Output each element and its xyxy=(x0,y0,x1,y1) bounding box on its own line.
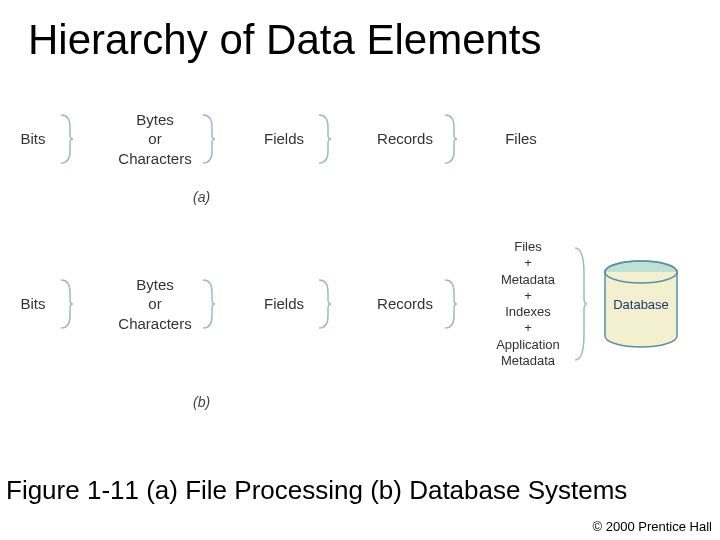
bracket-icon xyxy=(574,244,588,364)
cell-bytes-b: Bytes or Characters xyxy=(112,275,198,334)
cell-fields-a: Fields xyxy=(254,129,314,149)
cell-records-a: Records xyxy=(370,129,440,149)
row-b-label: (b) xyxy=(193,394,210,410)
row-a-label: (a) xyxy=(193,189,210,205)
database-cylinder-icon: Database xyxy=(602,259,680,349)
bracket-icon xyxy=(60,113,74,165)
cell-files-meta-b: Files + Metadata + Indexes + Application… xyxy=(486,239,570,369)
diagram-area: Bits Bytes or Characters Fields Records … xyxy=(0,84,720,444)
bracket-icon xyxy=(444,113,458,165)
bracket-icon xyxy=(60,278,74,330)
cell-bits-b: Bits xyxy=(10,294,56,314)
bracket-icon xyxy=(318,113,332,165)
figure-caption: Figure 1-11 (a) File Processing (b) Data… xyxy=(0,475,720,506)
cell-bytes-a: Bytes or Characters xyxy=(112,110,198,169)
bracket-icon xyxy=(318,278,332,330)
bracket-icon xyxy=(202,278,216,330)
bracket-icon xyxy=(202,113,216,165)
cell-fields-b: Fields xyxy=(254,294,314,314)
copyright-text: © 2000 Prentice Hall xyxy=(593,519,712,534)
row-b: Bits Bytes or Characters Fields Records … xyxy=(10,224,710,384)
database-label: Database xyxy=(613,297,669,312)
page-title: Hierarchy of Data Elements xyxy=(0,0,720,64)
cell-records-b: Records xyxy=(370,294,440,314)
cell-bits-a: Bits xyxy=(10,129,56,149)
cell-files-a: Files xyxy=(496,129,546,149)
bracket-icon xyxy=(444,278,458,330)
row-a: Bits Bytes or Characters Fields Records … xyxy=(10,84,710,194)
